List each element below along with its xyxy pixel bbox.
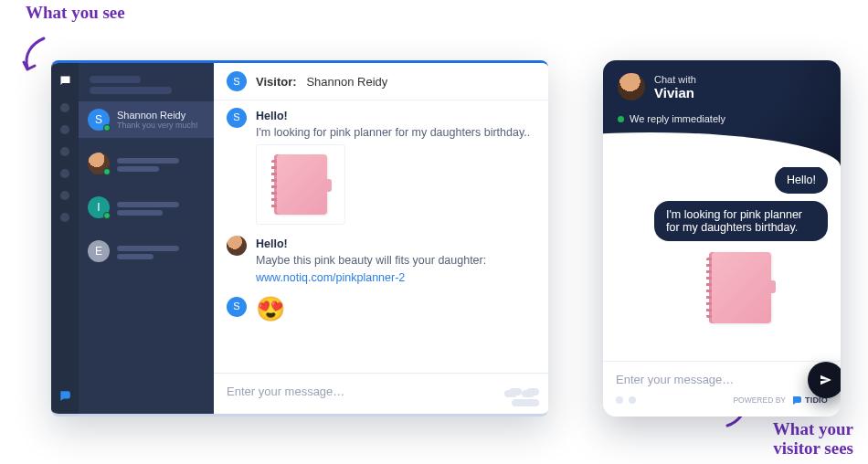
product-image[interactable] [709, 252, 771, 323]
placeholder [90, 87, 172, 94]
conversation-item-active[interactable]: S Shannon Reidy Thank you very much! [79, 101, 214, 138]
chat-header: S Visitor: Shannon Reidy [214, 63, 548, 100]
message-text: I'm looking for pink planner for my daug… [256, 124, 535, 141]
message-text: Maybe this pink beauty will fits your da… [256, 252, 535, 269]
message-text: Hello! [256, 236, 535, 252]
conversation-item[interactable] [79, 145, 214, 182]
widget-input-area [603, 361, 841, 395]
visitor-bubble: I'm looking for pink planner for my daug… [654, 201, 828, 241]
visitor-widget: Chat with Vivian We reply immediately He… [603, 60, 841, 417]
visitor-bubble: Hello! [775, 166, 828, 194]
visitor-label: Visitor: [256, 75, 297, 89]
rail-item[interactable] [60, 169, 69, 178]
operator-input-area [214, 373, 548, 414]
send-button[interactable] [808, 362, 841, 398]
conversation-item[interactable]: I [79, 189, 214, 226]
avatar: S [88, 109, 110, 131]
header-label: Chat with [654, 74, 696, 85]
message-link[interactable]: www.notiq.com/pinkplanner-2 [256, 271, 405, 284]
powered-by-label: POWERED BY [733, 395, 786, 405]
message-input[interactable] [227, 385, 535, 398]
operator-panel: S Shannon Reidy Thank you very much! I E… [51, 60, 548, 417]
message-visitor: S Hello! I'm looking for pink planner fo… [227, 108, 535, 225]
widget-body: Hello! I'm looking for pink planner for … [603, 166, 841, 361]
conversation-list: S Shannon Reidy Thank you very much! I E [79, 63, 214, 414]
annotation-what-visitor-sees: What your visitor sees [773, 420, 853, 459]
avatar [227, 236, 247, 256]
placeholder [90, 76, 141, 83]
rail-item[interactable] [60, 191, 69, 200]
message-visitor: S 😍 [227, 297, 535, 322]
annotation-what-you-see: What you see [26, 4, 125, 23]
chat-icon[interactable] [58, 74, 72, 90]
avatar: E [88, 240, 110, 262]
tidio-logo-icon [58, 389, 71, 405]
widget-header: Chat with Vivian We reply immediately [603, 60, 841, 166]
rail-item[interactable] [60, 213, 69, 222]
avatar: S [227, 108, 247, 128]
visitor-name: Shannon Reidy [306, 75, 387, 89]
emoji-heart-eyes-icon: 😍 [256, 295, 285, 322]
avatar: I [88, 196, 110, 218]
rail-item[interactable] [60, 147, 69, 156]
conversation-preview: Thank you very much! [117, 121, 198, 130]
conversation-name: Shannon Reidy [117, 110, 198, 121]
operator-avatar [618, 73, 645, 100]
chat-body: S Hello! I'm looking for pink planner fo… [214, 100, 548, 373]
avatar [88, 153, 110, 174]
rail-item[interactable] [60, 125, 69, 134]
message-text: Hello! [256, 108, 535, 124]
conversation-item[interactable]: E [79, 233, 214, 269]
avatar: S [227, 71, 247, 91]
product-image[interactable] [256, 144, 345, 225]
reply-status: We reply immediately [618, 113, 826, 124]
operator-nav-rail [51, 63, 79, 414]
operator-name: Vivian [654, 85, 696, 100]
rail-item[interactable] [60, 103, 69, 112]
input-actions [509, 388, 539, 395]
message-operator: Hello! Maybe this pink beauty will fits … [227, 236, 535, 285]
avatar: S [227, 297, 247, 317]
operator-chat: S Visitor: Shannon Reidy S Hello! I'm lo… [214, 63, 548, 414]
input-actions [512, 399, 539, 406]
widget-message-input[interactable] [616, 373, 828, 386]
widget-footer: POWERED BY TIDIO [603, 395, 841, 417]
